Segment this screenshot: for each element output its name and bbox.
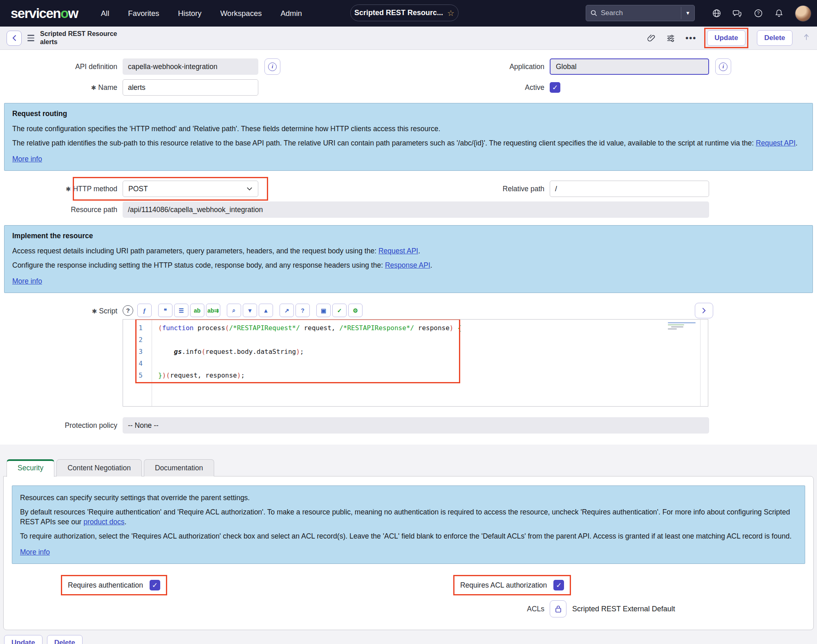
open-in-new-window-icon[interactable]: ↗ [280, 304, 294, 317]
code-line[interactable]: 4 [123, 358, 708, 369]
find-next-icon[interactable]: ▼ [243, 304, 257, 317]
product-docs-link[interactable]: product docs [83, 518, 124, 526]
replace-icon[interactable]: ab [190, 304, 204, 317]
resource-path-label: Resource path [0, 206, 123, 214]
code-line[interactable]: 5})(request, response); [123, 369, 708, 381]
search-scope-dropdown[interactable]: ▼ [681, 10, 690, 16]
tab-security[interactable]: Security [7, 459, 54, 477]
back-button[interactable] [7, 31, 22, 46]
expand-editor-button[interactable] [695, 303, 713, 318]
global-search[interactable]: ▼ [586, 5, 695, 21]
attachment-paperclip-icon[interactable] [647, 34, 656, 42]
tab-content-negotiation[interactable]: Content Negotiation [56, 459, 142, 476]
editor-help-icon[interactable]: ? [123, 305, 133, 316]
search-icon [590, 9, 598, 17]
application-info-button[interactable]: i [715, 58, 731, 75]
menu-favorites[interactable]: Favorites [128, 9, 159, 18]
request-routing-infobox: Request routing The route configuration … [4, 103, 813, 171]
more-info-link[interactable]: More info [20, 548, 50, 557]
application-field[interactable]: Global [550, 58, 709, 75]
syntax-editor-icon[interactable]: ƒ [137, 304, 152, 317]
more-info-link[interactable]: More info [12, 155, 42, 163]
servicenow-logo[interactable]: servicenow [11, 6, 78, 21]
code-line[interactable]: 2 [123, 334, 708, 346]
script-code-editor[interactable]: 1(function process(/*RESTAPIRequest*/ re… [123, 319, 708, 407]
scroll-up-icon[interactable] [802, 33, 810, 43]
nav-utility-icons: ? [712, 0, 811, 27]
update-button-footer[interactable]: Update [4, 635, 43, 644]
script-label: ✱Script [0, 304, 123, 407]
request-routing-text-1: The route configuration specifies the 'H… [12, 124, 805, 134]
api-definition-field: capella-webhook-integration [123, 58, 258, 75]
personalize-form-sliders-icon[interactable] [666, 34, 676, 42]
acls-label: ACLs [11, 605, 550, 613]
delete-button[interactable]: Delete [757, 30, 792, 46]
related-lists-section: Security Content Negotiation Documentati… [0, 445, 817, 644]
menu-admin[interactable]: Admin [280, 9, 302, 18]
relative-path-input[interactable] [550, 181, 709, 197]
brand-o: o [60, 6, 68, 21]
format-code-icon[interactable]: ☰ [174, 304, 188, 317]
relative-path-label: Relative path [258, 185, 550, 193]
request-routing-title: Request routing [12, 110, 805, 118]
user-avatar[interactable] [795, 5, 811, 22]
mandatory-icon: ✱ [92, 308, 97, 315]
requires-acl-authorization-label: Requires ACL authorization [460, 581, 547, 590]
comment-toggle-icon[interactable]: ❝ [158, 304, 172, 317]
chevron-down-icon [246, 187, 253, 191]
api-help-icon[interactable]: ? [295, 304, 310, 317]
security-text-1: Resources can specify security settings … [20, 493, 797, 503]
back-chevron-icon [11, 35, 17, 41]
security-text-2: By default resources 'Require authentica… [20, 507, 797, 527]
editor-scrollbar[interactable] [700, 320, 701, 406]
page: servicenow All Favorites History Workspa… [0, 0, 817, 644]
form-context-menu-icon[interactable] [27, 35, 34, 41]
request-api-link[interactable]: Request API [756, 139, 795, 147]
script-debug-icon[interactable]: ⚙ [348, 304, 363, 317]
response-api-link[interactable]: Response API [385, 261, 430, 269]
form-header: Scripted REST Resource alerts ••• Update… [0, 27, 817, 50]
more-info-link[interactable]: More info [12, 277, 42, 286]
requires-acl-authorization-checkbox[interactable]: ✓ [553, 580, 564, 590]
notifications-bell-icon[interactable] [774, 9, 784, 18]
code-text: })(request, response); [152, 371, 245, 379]
syntax-check-icon[interactable]: ✓ [332, 304, 347, 317]
name-input[interactable] [123, 79, 258, 96]
code-line[interactable]: 1(function process(/*RESTAPIRequest*/ re… [123, 322, 708, 334]
code-pane[interactable]: 1(function process(/*RESTAPIRequest*/ re… [123, 320, 708, 381]
svg-text:?: ? [757, 11, 759, 16]
menu-workspaces[interactable]: Workspaces [220, 9, 262, 18]
search-input[interactable] [601, 9, 681, 17]
request-api-link[interactable]: Request API [378, 247, 418, 255]
acls-value: Scripted REST External Default [572, 605, 675, 613]
resource-path-field: /api/1114086/capella_webhook_integration [123, 201, 709, 218]
search-icon[interactable]: ⌕ [227, 304, 241, 317]
implement-resource-text-2: Configure the response including setting… [12, 260, 805, 270]
active-checkbox[interactable]: ✓ [550, 82, 560, 93]
http-method-select[interactable]: POST [123, 181, 258, 197]
code-text: (function process(/*RESTAPIRequest*/ req… [152, 324, 461, 332]
current-record-pill[interactable]: Scripted REST Resourc... ☆ [350, 4, 459, 21]
globe-icon[interactable] [712, 9, 721, 18]
more-options-icon[interactable]: ••• [685, 34, 696, 43]
chat-icon[interactable] [732, 9, 742, 18]
replace-all-icon[interactable]: ab⇉ [206, 304, 220, 317]
info-icon: i [719, 63, 727, 71]
api-definition-info-button[interactable]: i [264, 58, 280, 75]
mandatory-icon: ✱ [66, 186, 71, 192]
implement-resource-text-1: Access request details including URI pat… [12, 246, 805, 256]
acls-lock-button[interactable] [550, 600, 566, 617]
requires-authentication-checkbox[interactable]: ✓ [150, 580, 160, 590]
find-previous-icon[interactable]: ▲ [259, 304, 273, 317]
security-tab-panel: Resources can specify security settings … [3, 476, 814, 630]
menu-history[interactable]: History [178, 9, 201, 18]
menu-all[interactable]: All [101, 9, 110, 18]
help-icon[interactable]: ? [753, 9, 763, 18]
update-button[interactable]: Update [707, 30, 745, 46]
tab-documentation[interactable]: Documentation [144, 459, 214, 476]
brand-text: servicen [11, 6, 60, 21]
code-line[interactable]: 3 gs.info(request.body.dataString); [123, 346, 708, 358]
delete-button-footer[interactable]: Delete [47, 635, 83, 644]
save-icon[interactable]: ▣ [316, 304, 331, 317]
favorite-star-icon[interactable]: ☆ [447, 8, 454, 18]
